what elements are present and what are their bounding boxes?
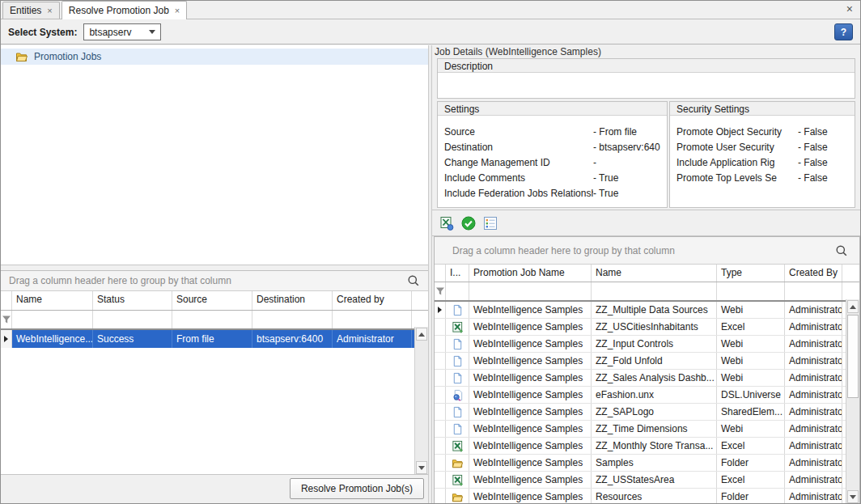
column-header-type[interactable]: Type xyxy=(717,265,785,282)
folder-icon xyxy=(452,457,464,469)
cell-created-by: Administrator xyxy=(785,353,842,369)
filter-funnel-icon[interactable] xyxy=(2,315,11,324)
setting-value: - True xyxy=(593,188,660,199)
row-indicator-cell xyxy=(435,455,446,471)
help-button[interactable]: ? xyxy=(834,23,853,40)
left-groupby-bar[interactable]: Drag a column header here to group by th… xyxy=(1,271,428,291)
table-row[interactable]: WebIntelligence Samples ZZ_USStatesArea … xyxy=(435,472,859,489)
column-header-source[interactable]: Source xyxy=(172,291,252,310)
scroll-up-button[interactable] xyxy=(847,300,859,313)
column-header-promotion-job-name[interactable]: Promotion Job Name xyxy=(469,265,592,282)
tab-resolve-close-icon[interactable]: × xyxy=(175,6,180,15)
tab-entities[interactable]: Entities × xyxy=(2,2,60,19)
column-header-destination[interactable]: Destination xyxy=(252,291,333,310)
doc-icon xyxy=(452,304,464,316)
right-grid-body: WebIntelligence Samples ZZ_Multiple Data… xyxy=(435,302,859,504)
column-header-name[interactable]: Name xyxy=(12,291,93,310)
column-header-name[interactable]: Name xyxy=(592,265,717,282)
details-list-icon[interactable] xyxy=(482,215,498,231)
table-row[interactable]: WebIntelligence Samples ZZ_Fold Unfold W… xyxy=(435,353,859,370)
resolve-promotion-job-button[interactable]: Resolve Promotion Job(s) xyxy=(290,478,424,499)
triangle-up-icon xyxy=(418,332,425,337)
filter-funnel-icon[interactable] xyxy=(435,286,445,296)
row-indicator-cell xyxy=(435,302,446,318)
setting-value: - From file xyxy=(593,126,660,138)
cell-promotion-job-name: WebIntelligence Samples xyxy=(469,472,592,488)
filter-input-created-by[interactable] xyxy=(333,311,412,328)
table-row[interactable]: WebIntelligence Samples ZZ_SAPLogo Share… xyxy=(435,404,859,421)
table-row[interactable]: WebIntelligence Samples Resources Folder… xyxy=(435,489,859,504)
cell-created-by: Administrator xyxy=(785,455,842,471)
filter-input-promotion-job-name[interactable] xyxy=(469,282,592,300)
cell-type: Folder xyxy=(717,489,785,504)
table-row[interactable]: WebIntelligence... Success From file bts… xyxy=(1,330,428,348)
doc-icon xyxy=(452,372,464,384)
tab-entities-close-icon[interactable]: × xyxy=(47,6,52,15)
cell-type: Webi xyxy=(717,336,785,352)
right-grid-header: I... Promotion Job Name Name Type Create… xyxy=(435,265,859,282)
scroll-down-button[interactable] xyxy=(416,461,427,474)
setting-value: - btsapserv:6400 xyxy=(593,142,660,153)
right-grid-scrollbar[interactable] xyxy=(846,299,859,504)
table-row[interactable]: WebIntelligence Samples eFashion.unx DSL… xyxy=(435,387,859,404)
cell-created-by: Administrator xyxy=(333,330,412,348)
cell-name: ZZ_Monthly Store Transa... xyxy=(592,438,717,454)
setting-row: Source - From file xyxy=(438,124,667,139)
column-header-icon[interactable]: I... xyxy=(446,265,469,282)
table-row[interactable]: WebIntelligence Samples ZZ_Time Dimensio… xyxy=(435,421,859,438)
column-header-spacer xyxy=(842,265,859,282)
filter-input-type[interactable] xyxy=(717,282,785,300)
tab-resolve-promotion-job[interactable]: Resolve Promotion Job × xyxy=(62,1,188,19)
cell-status: Success xyxy=(93,330,172,348)
success-check-icon[interactable] xyxy=(460,215,476,231)
triangle-down-icon xyxy=(418,466,425,470)
system-select-dropdown[interactable]: btsapserv xyxy=(83,23,161,40)
row-indicator-cell xyxy=(435,319,446,335)
search-icon[interactable] xyxy=(407,274,420,287)
cell-name: eFashion.unx xyxy=(592,387,717,403)
system-select-value: btsapserv xyxy=(89,27,149,38)
open-folder-icon xyxy=(15,50,28,63)
table-row[interactable]: WebIntelligence Samples ZZ_Input Control… xyxy=(435,336,859,353)
table-row[interactable]: WebIntelligence Samples Samples Folder A… xyxy=(435,455,859,472)
filter-input-status[interactable] xyxy=(93,311,172,328)
column-header-created-by[interactable]: Created by xyxy=(333,291,412,310)
search-icon[interactable] xyxy=(835,244,848,257)
setting-row: Promote User Security - False xyxy=(670,139,855,155)
setting-value: - False xyxy=(798,157,848,168)
promotion-jobs-grid: Drag a column header here to group by th… xyxy=(1,270,428,474)
cell-created-by: Administrator xyxy=(785,302,842,318)
scroll-down-button[interactable] xyxy=(847,490,859,503)
filter-input-name[interactable] xyxy=(592,282,717,300)
table-row[interactable]: WebIntelligence Samples ZZ_Monthly Store… xyxy=(435,438,859,455)
cell-name: ZZ_Sales Analysis Dashb... xyxy=(592,370,717,386)
right-groupby-bar[interactable]: Drag a column header here to group by th… xyxy=(435,237,859,265)
table-row[interactable]: WebIntelligence Samples ZZ_Sales Analysi… xyxy=(435,370,859,387)
scroll-up-button[interactable] xyxy=(416,328,427,341)
left-grid-scrollbar[interactable] xyxy=(414,327,428,474)
column-header-created-by[interactable]: Created By xyxy=(785,265,842,282)
cell-created-by: Administrator xyxy=(785,387,842,403)
window-close-icon[interactable]: × xyxy=(846,3,853,15)
doc-icon xyxy=(452,423,464,435)
triangle-down-icon xyxy=(850,495,856,499)
row-pointer-icon xyxy=(438,307,442,313)
excel-icon xyxy=(452,474,464,486)
filter-input-destination[interactable] xyxy=(252,311,333,328)
column-header-status[interactable]: Status xyxy=(93,291,172,310)
filter-input-created-by[interactable] xyxy=(785,282,842,300)
security-settings-header: Security Settings xyxy=(670,102,855,116)
setting-value: - False xyxy=(798,126,848,138)
row-indicator-header xyxy=(435,265,446,282)
table-row[interactable]: WebIntelligence Samples ZZ_Multiple Data… xyxy=(435,302,859,319)
export-excel-icon[interactable] xyxy=(439,215,454,231)
row-indicator-cell xyxy=(435,353,446,369)
right-filter-row xyxy=(435,282,859,302)
filter-input-name[interactable] xyxy=(12,311,93,328)
table-row[interactable]: WebIntelligence Samples ZZ_USCitiesInhab… xyxy=(435,319,859,336)
tree-item-promotion-jobs[interactable]: Promotion Jobs xyxy=(1,49,428,65)
scrollbar-thumb[interactable] xyxy=(847,315,859,398)
filter-input-source[interactable] xyxy=(172,311,252,328)
filter-input-icon[interactable] xyxy=(446,282,469,300)
left-grid-header: Name Status Source Destination Created b… xyxy=(1,291,428,311)
